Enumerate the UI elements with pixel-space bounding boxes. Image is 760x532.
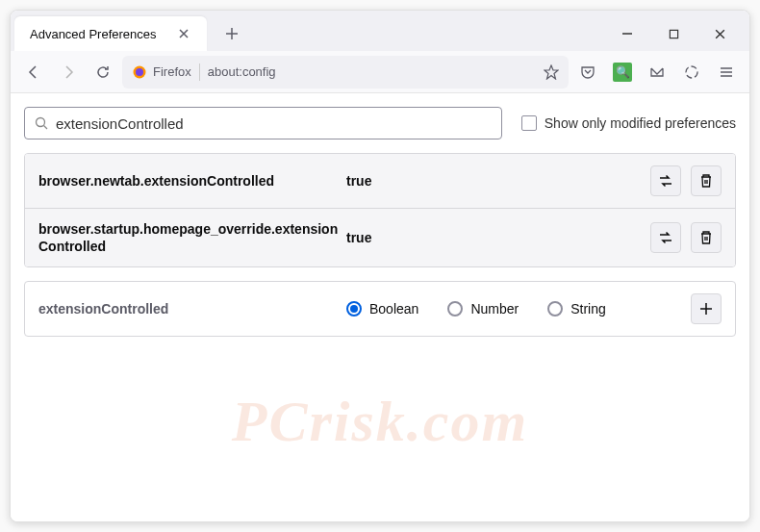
new-tab-button[interactable] [216, 18, 247, 49]
radio-icon [447, 301, 463, 317]
preference-list: browser.newtab.extensionControlled true … [24, 153, 736, 267]
window-controls [607, 19, 746, 48]
radio-label: Boolean [369, 301, 418, 317]
svg-point-3 [686, 66, 697, 78]
toggle-button[interactable] [650, 222, 681, 253]
search-box [24, 107, 502, 139]
account-icon[interactable] [676, 57, 707, 88]
pocket-icon[interactable] [572, 57, 603, 88]
url-separator [199, 63, 200, 81]
toggle-button[interactable] [650, 165, 681, 196]
tab-bar: Advanced Preferences [11, 11, 749, 51]
forward-button[interactable] [53, 57, 84, 88]
svg-point-4 [37, 118, 45, 127]
pref-name: browser.startup.homepage_override.extens… [38, 220, 346, 255]
active-tab[interactable]: Advanced Preferences [14, 16, 207, 51]
site-identity: Firefox [132, 64, 191, 80]
minimize-button[interactable] [607, 19, 647, 48]
navigation-bar: Firefox about:config 🔍 [11, 51, 749, 93]
svg-rect-0 [670, 30, 677, 38]
modified-only-toggle: Show only modified preferences [521, 115, 736, 131]
toolbar-icons: 🔍 [572, 57, 742, 88]
pref-value: true [346, 230, 650, 245]
delete-button[interactable] [691, 222, 722, 253]
browser-window: Advanced Preferences [10, 10, 750, 522]
identity-label: Firefox [153, 64, 191, 79]
extension-icon[interactable]: 🔍 [607, 57, 638, 88]
search-row: Show only modified preferences [24, 107, 736, 139]
close-tab-icon[interactable] [176, 26, 191, 41]
radio-label: String [570, 301, 606, 317]
pref-name: browser.newtab.extensionControlled [38, 172, 346, 190]
radio-boolean[interactable]: Boolean [346, 301, 418, 317]
inbox-icon[interactable] [642, 57, 672, 88]
radio-icon [346, 301, 362, 317]
radio-icon [547, 301, 563, 317]
page-content: Show only modified preferences browser.n… [11, 93, 749, 521]
tab-title: Advanced Preferences [30, 27, 176, 41]
new-pref-name: extensionControlled [38, 301, 346, 317]
modified-only-label: Show only modified preferences [545, 115, 736, 131]
type-options: Boolean Number String [346, 301, 691, 317]
preference-row: browser.newtab.extensionControlled true [25, 154, 735, 209]
reload-button[interactable] [88, 57, 118, 88]
add-button[interactable] [691, 293, 722, 324]
close-window-button[interactable] [699, 19, 740, 48]
radio-string[interactable]: String [547, 301, 606, 317]
radio-label: Number [470, 301, 519, 317]
url-text: about:config [208, 64, 536, 79]
menu-button[interactable] [711, 57, 742, 88]
delete-button[interactable] [691, 165, 722, 196]
pref-value: true [346, 173, 650, 189]
preference-row: browser.startup.homepage_override.extens… [25, 209, 735, 266]
bookmark-star-icon[interactable] [544, 64, 559, 80]
svg-point-2 [136, 68, 143, 76]
search-input[interactable] [56, 115, 492, 132]
maximize-button[interactable] [653, 19, 694, 48]
firefox-icon [132, 64, 147, 80]
search-icon [35, 116, 48, 130]
new-preference-row: extensionControlled Boolean Number Strin… [24, 281, 736, 337]
back-button[interactable] [18, 57, 49, 88]
radio-number[interactable]: Number [447, 301, 519, 317]
modified-only-checkbox[interactable] [521, 115, 537, 131]
url-bar[interactable]: Firefox about:config [122, 56, 569, 89]
